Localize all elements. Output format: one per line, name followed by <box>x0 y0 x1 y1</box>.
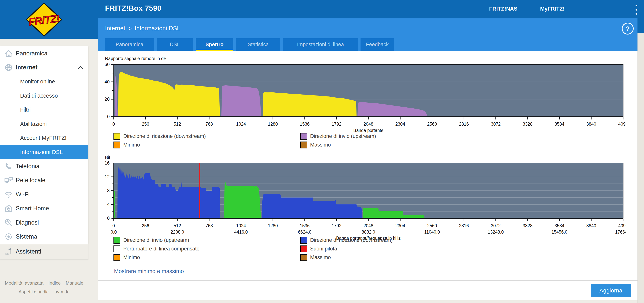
svg-text:40: 40 <box>104 79 110 84</box>
sidebar-item-label: Diagnosi <box>16 219 39 226</box>
legend-label: Minimo <box>123 254 140 260</box>
sidebar-item-rete-locale[interactable]: Rete locale <box>0 173 88 188</box>
svg-text:3072: 3072 <box>491 122 501 127</box>
sidebar-item-internet[interactable]: Internet <box>0 61 88 75</box>
legend-label: Minimo <box>123 142 140 148</box>
svg-text:1536: 1536 <box>300 223 310 228</box>
wifi-icon <box>4 190 13 199</box>
sidebar-item-sistema[interactable]: Sistema <box>0 230 88 244</box>
sidebar-item-wifi[interactable]: Wi-Fi <box>0 187 88 202</box>
help-icon[interactable]: ? <box>622 23 634 35</box>
bits-chart-title: Bit <box>105 155 110 160</box>
legend-label: Direzione di invio (upstream) <box>123 237 189 243</box>
svg-text:2304: 2304 <box>396 223 405 228</box>
minimum-swatch <box>114 142 120 148</box>
tab-statistica[interactable]: Statistica <box>236 38 280 51</box>
update-button[interactable]: Aggiorna <box>591 284 631 297</box>
system-icon <box>4 232 13 241</box>
svg-text:1024: 1024 <box>236 223 246 228</box>
legend-item: Direzione di ricezione (downstream) <box>114 132 300 141</box>
chevron-up-icon[interactable] <box>77 66 84 70</box>
sidebar-item-telefonia[interactable]: Telefonia <box>0 159 88 173</box>
sidebar-item-label: Smart Home <box>16 205 49 212</box>
sidebar-item-informazioni-dsl[interactable]: Informazioni DSL <box>0 145 88 159</box>
svg-text:6624.0: 6624.0 <box>298 229 312 234</box>
svg-text:1536: 1536 <box>300 122 310 127</box>
network-icon <box>4 176 13 185</box>
maximum-swatch <box>300 142 307 148</box>
home-icon <box>4 49 13 58</box>
tab-dsl[interactable]: DSL <box>156 38 193 51</box>
snr-chart-title: Rapporto segnale-rumore in dB <box>105 56 166 61</box>
svg-text:2816: 2816 <box>459 223 469 228</box>
sidebar-item-label: Dati di accesso <box>20 93 58 99</box>
sidebar-item-label: Internet <box>16 64 38 71</box>
svg-text:60: 60 <box>104 62 110 67</box>
sidebar-item-label: Filtri <box>20 107 31 113</box>
sidebar-item-diagnosi[interactable]: Diagnosi <box>0 215 88 230</box>
sidebar-footer: Modalità: avanzata Indice Manuale Aspett… <box>0 280 88 298</box>
sidebar-item-panoramica[interactable]: Panoramica <box>0 46 88 61</box>
legend-item: Massimo <box>300 141 376 149</box>
svg-text:768: 768 <box>206 122 213 127</box>
scrollbar-track[interactable] <box>638 33 644 303</box>
avm-link[interactable]: avm.de <box>54 289 70 294</box>
svg-text:4096: 4096 <box>618 122 626 127</box>
bits-chart-legend: Direzione di invio (upstream) Direzione … <box>114 236 393 262</box>
legend-label: Direzione di ricezione (downstream) <box>123 133 206 139</box>
svg-text:3072: 3072 <box>491 223 501 228</box>
tab-impostazioni-di-linea[interactable]: Impostazioni di linea <box>283 38 358 51</box>
wizard-icon <box>4 247 13 256</box>
svg-text:512: 512 <box>174 122 181 127</box>
sidebar-item-label: Informazioni DSL <box>20 149 63 155</box>
svg-text:3328: 3328 <box>523 223 532 228</box>
sidebar-item-label: Telefonia <box>16 163 40 170</box>
legend-item: Massimo <box>300 253 393 262</box>
sidebar-item-dati-di-accesso[interactable]: Dati di accesso <box>0 89 88 103</box>
svg-text:2816: 2816 <box>459 122 469 127</box>
mode-link[interactable]: Modalità: avanzata <box>5 280 43 286</box>
sidebar-item-label: Rete locale <box>16 177 46 184</box>
tab-feedback[interactable]: Feedback <box>360 38 394 51</box>
sidebar-item-label: Panoramica <box>16 50 47 57</box>
svg-text:0: 0 <box>112 122 115 127</box>
legend-item: Minimo <box>114 253 300 262</box>
tab-spettro[interactable]: Spettro <box>196 38 233 51</box>
tab-panoramica[interactable]: Panoramica <box>105 38 154 51</box>
svg-text:2560: 2560 <box>427 223 437 228</box>
svg-text:768: 768 <box>206 223 213 228</box>
sidebar-item-label: Account MyFRITZ! <box>20 135 66 141</box>
manual-link[interactable]: Manuale <box>66 280 84 286</box>
svg-text:256: 256 <box>142 223 149 228</box>
legend-item: Perturbatore di linea compensato <box>114 244 300 253</box>
myfritz-link[interactable]: MyFRITZ! <box>540 6 565 12</box>
show-minmax-link[interactable]: Mostrare minimo e massimo <box>114 268 184 274</box>
svg-text:16: 16 <box>104 161 110 165</box>
sidebar-item-abilitazioni[interactable]: Abilitazioni <box>0 117 88 131</box>
legend-label: Direzione di ricezione (downstream) <box>310 237 393 243</box>
brand-logo-block: FRITZ! <box>0 0 98 39</box>
sidebar-item-label: Monitor online <box>20 78 55 85</box>
maximum-swatch <box>300 254 307 261</box>
svg-text:2048: 2048 <box>364 122 373 127</box>
pilot-tone-swatch <box>300 245 307 252</box>
kebab-menu-icon[interactable] <box>632 5 640 15</box>
svg-text:0: 0 <box>107 114 110 119</box>
sidebar-item-smart-home[interactable]: Smart Home <box>0 202 88 216</box>
legal-link[interactable]: Aspetti giuridici <box>18 289 50 294</box>
fritznas-link[interactable]: FRITZ!NAS <box>489 6 518 12</box>
svg-text:2304: 2304 <box>396 122 405 127</box>
sidebar-nav: Panoramica Internet Monitor online Dati … <box>0 46 88 244</box>
sidebar-item-assistenti[interactable]: Assistenti <box>0 244 88 259</box>
legend-label: Massimo <box>310 254 331 260</box>
svg-text:1280: 1280 <box>268 223 278 228</box>
breadcrumb-section[interactable]: Internet <box>105 25 125 32</box>
index-link[interactable]: Indice <box>48 280 61 286</box>
sidebar-item-filtri[interactable]: Filtri <box>0 103 88 117</box>
smart-home-icon <box>4 204 13 213</box>
svg-text:2560: 2560 <box>427 122 437 127</box>
legend-item: Minimo <box>114 141 300 149</box>
sidebar-item-account-myfritz[interactable]: Account MyFRITZ! <box>0 131 88 145</box>
sidebar-item-monitor-online[interactable]: Monitor online <box>0 75 88 89</box>
sidebar-item-label: Abilitazioni <box>20 121 47 127</box>
